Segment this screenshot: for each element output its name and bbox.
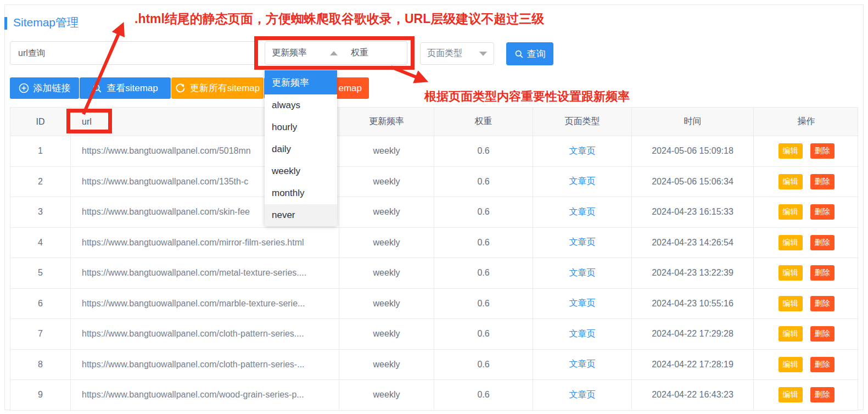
column-header-page-type[interactable]: 页面类型 bbox=[533, 108, 632, 136]
cell-frequency: weekly bbox=[339, 136, 434, 167]
edit-button[interactable]: 编辑 bbox=[779, 357, 803, 372]
page-type-link[interactable]: 文章页 bbox=[533, 167, 632, 198]
edit-button[interactable]: 编辑 bbox=[779, 174, 803, 189]
page-type-link[interactable]: 文章页 bbox=[533, 258, 632, 289]
column-header-time[interactable]: 时间 bbox=[632, 108, 754, 136]
cell-actions: 编辑 删除 bbox=[754, 167, 859, 198]
annotation-rect-filters bbox=[254, 36, 415, 70]
cell-id: 4 bbox=[10, 228, 71, 259]
delete-button[interactable]: 删除 bbox=[810, 204, 835, 220]
page-type-link[interactable]: 文章页 bbox=[533, 319, 632, 350]
cell-id: 6 bbox=[10, 289, 71, 320]
cell-url: https://www.bangtuowallpanel.com/metal-t… bbox=[71, 258, 339, 289]
dropdown-option-never[interactable]: never bbox=[265, 204, 337, 226]
delete-button[interactable]: 删除 bbox=[810, 174, 835, 189]
sitemap-admin-page: Sitemap管理 更新频率 权重 页面类型 查询 添加链接 查看sitemap… bbox=[0, 0, 868, 414]
page-type-link[interactable]: 文章页 bbox=[533, 289, 632, 320]
cell-time: 2024-05-06 15:09:18 bbox=[632, 136, 754, 167]
delete-button[interactable]: 删除 bbox=[810, 326, 835, 342]
delete-button[interactable]: 删除 bbox=[810, 235, 835, 250]
table-body: 1 https://www.bangtuowallpanel.com/5018m… bbox=[10, 136, 858, 411]
cell-time: 2024-04-23 16:15:33 bbox=[632, 197, 754, 228]
table-row: 9 https://www.bangtuowallpanel.com/wood-… bbox=[10, 380, 858, 411]
cell-url: https://www.bangtuowallpanel.com/cloth-p… bbox=[71, 350, 339, 381]
cell-weight: 0.6 bbox=[434, 380, 533, 411]
table-header-row: ID url 更新频率 权重 页面类型 时间 操作 bbox=[10, 108, 858, 136]
delete-button[interactable]: 删除 bbox=[810, 357, 835, 372]
delete-button[interactable]: 删除 bbox=[810, 265, 835, 281]
page-type-link[interactable]: 文章页 bbox=[533, 136, 632, 167]
cell-url: https://www.bangtuowallpanel.com/cloth-p… bbox=[71, 319, 339, 350]
column-header-actions[interactable]: 操作 bbox=[754, 108, 859, 136]
cell-actions: 编辑 删除 bbox=[754, 289, 859, 320]
edit-button[interactable]: 编辑 bbox=[779, 387, 803, 402]
edit-button[interactable]: 编辑 bbox=[779, 326, 803, 342]
cell-time: 2024-04-23 10:55:16 bbox=[632, 289, 754, 320]
cell-frequency: weekly bbox=[339, 350, 434, 381]
cell-weight: 0.6 bbox=[434, 350, 533, 381]
view-sitemap-button[interactable]: 查看sitemap bbox=[80, 77, 171, 99]
add-link-label: 添加链接 bbox=[33, 82, 71, 94]
cell-actions: 编辑 删除 bbox=[754, 197, 859, 228]
partially-hidden-sitemap-label: emap bbox=[338, 83, 362, 94]
title-accent-bar bbox=[4, 17, 7, 30]
cell-frequency: weekly bbox=[339, 197, 434, 228]
page-type-select-label: 页面类型 bbox=[427, 48, 462, 59]
cell-weight: 0.6 bbox=[434, 258, 533, 289]
page-type-link[interactable]: 文章页 bbox=[533, 197, 632, 228]
dropdown-option-更新频率[interactable]: 更新频率 bbox=[265, 70, 337, 94]
cell-time: 2024-04-22 16:43:23 bbox=[632, 380, 754, 411]
column-header-id[interactable]: ID bbox=[10, 108, 71, 136]
plus-circle-icon bbox=[19, 83, 29, 93]
add-link-button[interactable]: 添加链接 bbox=[10, 77, 79, 99]
table-row: 7 https://www.bangtuowallpanel.com/cloth… bbox=[10, 319, 858, 350]
dropdown-option-monthly[interactable]: monthly bbox=[265, 182, 337, 204]
column-header-weight[interactable]: 权重 bbox=[434, 108, 533, 136]
dropdown-option-weekly[interactable]: weekly bbox=[265, 160, 337, 182]
page-type-link[interactable]: 文章页 bbox=[533, 350, 632, 381]
update-all-sitemap-button[interactable]: 更新所有sitemap bbox=[171, 77, 264, 99]
edit-button[interactable]: 编辑 bbox=[779, 296, 803, 311]
page-type-select[interactable]: 页面类型 bbox=[420, 42, 494, 65]
view-sitemap-label: 查看sitemap bbox=[107, 82, 158, 94]
cell-time: 2024-05-06 15:06:34 bbox=[632, 167, 754, 198]
sitemap-table: ID url 更新频率 权重 页面类型 时间 操作 1 https://www.… bbox=[10, 107, 858, 411]
page-type-link[interactable]: 文章页 bbox=[533, 380, 632, 411]
cell-frequency: weekly bbox=[339, 289, 434, 320]
delete-button[interactable]: 删除 bbox=[810, 387, 835, 402]
table-row: 1 https://www.bangtuowallpanel.com/5018m… bbox=[10, 136, 858, 167]
annotation-top-note: .html结尾的静态页面，方便蜘蛛爬取谷歌收录，URL层级建议不超过三级 bbox=[135, 10, 544, 27]
annotation-rect-url-header bbox=[66, 109, 112, 133]
search-icon bbox=[514, 49, 524, 59]
delete-button[interactable]: 删除 bbox=[810, 143, 835, 159]
dropdown-option-always[interactable]: always bbox=[265, 94, 337, 116]
edit-button[interactable]: 编辑 bbox=[779, 235, 803, 250]
magnifier-icon bbox=[92, 83, 102, 93]
page-type-link[interactable]: 文章页 bbox=[533, 228, 632, 259]
url-search-input[interactable] bbox=[10, 41, 258, 65]
cell-time: 2024-04-22 17:29:28 bbox=[632, 319, 754, 350]
edit-button[interactable]: 编辑 bbox=[779, 204, 803, 220]
delete-button[interactable]: 删除 bbox=[810, 296, 835, 311]
dropdown-option-hourly[interactable]: hourly bbox=[265, 116, 337, 138]
table-row: 3 https://www.bangtuowallpanel.com/skin-… bbox=[10, 197, 858, 228]
cell-frequency: weekly bbox=[339, 228, 434, 259]
cell-weight: 0.6 bbox=[434, 319, 533, 350]
edit-button[interactable]: 编辑 bbox=[779, 265, 803, 281]
edit-button[interactable]: 编辑 bbox=[779, 143, 803, 159]
column-header-frequency[interactable]: 更新频率 bbox=[339, 108, 434, 136]
cell-actions: 编辑 删除 bbox=[754, 258, 859, 289]
cell-actions: 编辑 删除 bbox=[754, 136, 859, 167]
search-button[interactable]: 查询 bbox=[506, 42, 553, 65]
cell-id: 7 bbox=[10, 319, 71, 350]
table-row: 8 https://www.bangtuowallpanel.com/cloth… bbox=[10, 350, 858, 381]
cell-time: 2024-04-23 13:22:39 bbox=[632, 258, 754, 289]
cell-id: 1 bbox=[10, 136, 71, 167]
cell-id: 2 bbox=[10, 167, 71, 198]
cell-frequency: weekly bbox=[339, 167, 434, 198]
dropdown-option-daily[interactable]: daily bbox=[265, 138, 337, 160]
chevron-down-icon bbox=[479, 52, 487, 56]
update-all-sitemap-label: 更新所有sitemap bbox=[190, 82, 260, 94]
page-title: Sitemap管理 bbox=[13, 15, 79, 30]
cell-url: https://www.bangtuowallpanel.com/marble-… bbox=[71, 289, 339, 320]
